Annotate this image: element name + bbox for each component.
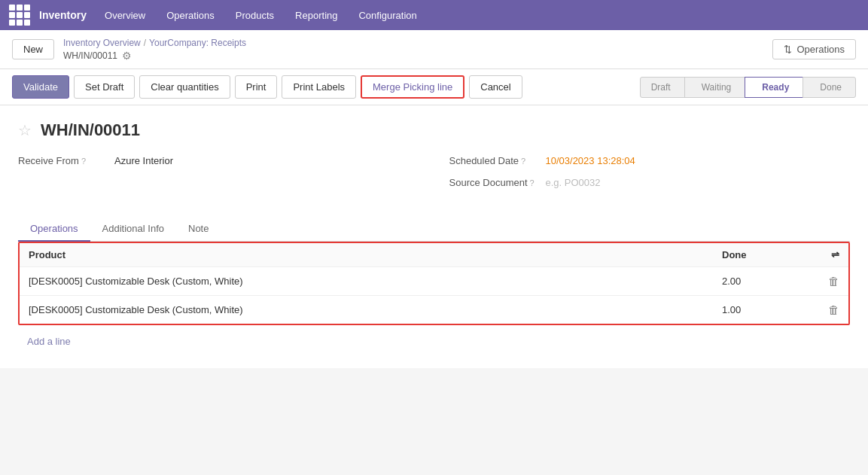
nav-item-configuration[interactable]: Configuration: [349, 5, 425, 26]
step-ready: Ready: [745, 77, 803, 98]
form-section: Receive From ? Azure Interior Scheduled …: [18, 155, 850, 199]
table-sort-icon[interactable]: ⇌: [812, 249, 839, 260]
nav-item-operations[interactable]: Operations: [157, 5, 224, 26]
step-done: Done: [803, 77, 856, 98]
receive-from-help-icon[interactable]: ?: [81, 157, 86, 166]
action-buttons-group: Validate Set Draft Clear quantities Prin…: [12, 75, 522, 99]
tab-operations[interactable]: Operations: [18, 217, 90, 242]
scheduled-date-help-icon[interactable]: ?: [521, 157, 525, 166]
operations-table: Product Done ⇌ [DESK0005] Customizable D…: [18, 242, 850, 325]
col-header-product: Product: [29, 249, 722, 260]
source-document-row: Source Document ? e.g. PO0032: [449, 177, 851, 188]
top-navigation: Inventory Overview Operations Products R…: [0, 0, 868, 30]
print-labels-button[interactable]: Print Labels: [282, 75, 356, 99]
table-row: [DESK0005] Customizable Desk (Custom, Wh…: [20, 267, 848, 296]
nav-brand[interactable]: Inventory: [39, 9, 87, 21]
source-document-label: Source Document ?: [449, 177, 540, 188]
new-button[interactable]: New: [12, 39, 54, 59]
done-qty-2[interactable]: 1.00: [722, 304, 812, 315]
step-draft: Draft: [640, 77, 685, 98]
merge-picking-button[interactable]: Merge Picking line: [361, 75, 464, 99]
record-header: ☆ WH/IN/00011: [18, 120, 850, 140]
breadcrumb-current-id: WH/IN/00011: [63, 50, 117, 61]
main-content: ☆ WH/IN/00011 Receive From ? Azure Inter…: [0, 105, 868, 368]
favorite-star-icon[interactable]: ☆: [18, 121, 32, 139]
print-button[interactable]: Print: [235, 75, 278, 99]
source-document-help-icon[interactable]: ?: [530, 178, 535, 187]
cancel-button[interactable]: Cancel: [469, 75, 522, 99]
settings-gear-icon[interactable]: ⚙: [122, 50, 132, 62]
tabs-bar: Operations Additional Info Note: [18, 217, 850, 242]
delete-row-1-icon[interactable]: 🗑: [828, 275, 839, 288]
nav-item-overview[interactable]: Overview: [96, 5, 154, 26]
apps-grid-icon[interactable]: [9, 5, 30, 26]
col-header-done: Done: [722, 249, 812, 260]
receive-from-value[interactable]: Azure Interior: [114, 155, 173, 166]
done-qty-1[interactable]: 2.00: [722, 276, 812, 287]
form-column-right: Scheduled Date ? 10/03/2023 13:28:04 Sou…: [449, 155, 851, 199]
nav-item-reporting[interactable]: Reporting: [286, 5, 346, 26]
operations-button-label: Operations: [796, 44, 845, 55]
tab-additional-info[interactable]: Additional Info: [90, 217, 176, 242]
clear-quantities-button[interactable]: Clear quantities: [139, 75, 230, 99]
product-name-1[interactable]: [DESK0005] Customizable Desk (Custom, Wh…: [29, 276, 722, 287]
validate-button[interactable]: Validate: [12, 75, 69, 99]
add-line-button[interactable]: Add a line: [18, 330, 80, 353]
scheduled-date-label: Scheduled Date ?: [449, 155, 540, 166]
record-id: WH/IN/00011: [41, 120, 140, 140]
receive-from-row: Receive From ? Azure Interior: [18, 155, 419, 166]
step-waiting: Waiting: [684, 77, 746, 98]
status-steps: Draft Waiting Ready Done: [641, 77, 856, 98]
receive-from-label: Receive From ?: [18, 155, 108, 166]
tab-note[interactable]: Note: [176, 217, 221, 242]
operations-arrows-icon: ⇅: [784, 44, 792, 55]
table-header: Product Done ⇌: [20, 243, 848, 267]
breadcrumb: Inventory Overview / YourCompany: Receip…: [63, 38, 246, 62]
scheduled-date-value[interactable]: 10/03/2023 13:28:04: [546, 155, 635, 166]
nav-item-products[interactable]: Products: [227, 5, 283, 26]
breadcrumb-link-inventory[interactable]: Inventory Overview: [63, 38, 141, 48]
breadcrumb-link-receipts[interactable]: YourCompany: Receipts: [149, 38, 246, 48]
operations-dropdown-button[interactable]: ⇅ Operations: [772, 39, 856, 59]
table-row: [DESK0005] Customizable Desk (Custom, Wh…: [20, 296, 848, 324]
scheduled-date-row: Scheduled Date ? 10/03/2023 13:28:04: [449, 155, 851, 166]
delete-row-2-icon[interactable]: 🗑: [828, 303, 839, 316]
set-draft-button[interactable]: Set Draft: [74, 75, 135, 99]
form-column-left: Receive From ? Azure Interior: [18, 155, 419, 199]
action-bar: Validate Set Draft Clear quantities Prin…: [0, 69, 868, 105]
breadcrumb-bar: New Inventory Overview / YourCompany: Re…: [0, 30, 868, 69]
product-name-2[interactable]: [DESK0005] Customizable Desk (Custom, Wh…: [29, 304, 722, 315]
source-document-value[interactable]: e.g. PO0032: [546, 177, 601, 188]
